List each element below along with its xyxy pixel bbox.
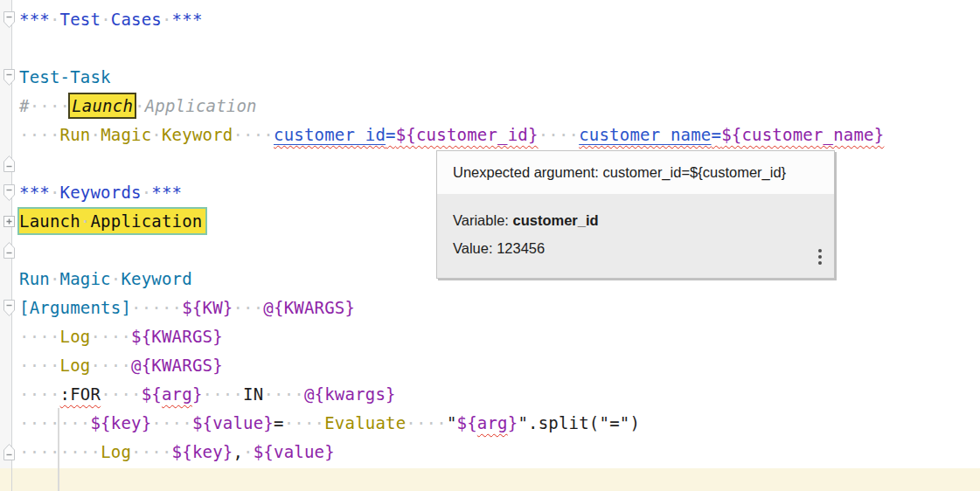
code-token-var: @{kwargs} [304, 384, 396, 404]
code-token-var: ${value} [254, 442, 335, 461]
fold-start-marker[interactable] [3, 68, 16, 86]
occurrence-highlight-comment: Launch [70, 94, 135, 117]
whitespace-dots: ······· [19, 413, 90, 432]
code-token-var: ${KWARGS} [131, 327, 223, 346]
hover-tooltip: Unexpected argument: customer_id=${custo… [436, 150, 835, 279]
tooltip-value-row: Value: 123456 [453, 234, 818, 262]
code-token-argu: customer_id [274, 125, 386, 144]
code-line-5[interactable]: ····Run·Magic·Keyword····customer_id=${c… [0, 121, 980, 149]
whitespace-dots: ···· [101, 384, 142, 404]
tooltip-variable-row: Variable: customer_id [453, 206, 818, 234]
code-line-14[interactable]: ····:FOR····${arg}····IN····@{kwargs} [0, 380, 980, 409]
robot-editor-window: ***·Test·Cases·*** Test-Task#····Launch·… [0, 0, 980, 491]
code-token-blk: Launch [19, 211, 80, 231]
code-token-plain: ".split("=") [518, 413, 640, 432]
code-token-def: Test-Task [19, 67, 111, 86]
error-squiggle: :FOR [60, 384, 101, 404]
code-token-arg: = [386, 125, 396, 144]
tooltip-error-message: Unexpected argument: customer_id=${custo… [437, 151, 834, 194]
code-token-com: # [19, 96, 30, 115]
fold-start-marker[interactable] [3, 10, 16, 29]
whitespace-dots: · [101, 10, 111, 29]
fold-start-marker[interactable] [3, 183, 16, 202]
error-squiggle: = [386, 125, 396, 144]
whitespace-dots: ···· [19, 356, 60, 375]
vertical-ellipsis-icon[interactable] [818, 246, 822, 267]
code-token-comhl: Launch [72, 96, 133, 115]
code-token-def: [Arguments] [19, 298, 131, 317]
whitespace-dots: ···· [90, 356, 131, 375]
code-token-sec: Test [60, 10, 101, 29]
whitespace-dots: · [111, 269, 122, 288]
code-line-4[interactable]: #····Launch·Application [0, 92, 980, 121]
code-token-def: Keyword [121, 269, 191, 288]
whitespace-dots: ···· [19, 125, 60, 144]
code-token-var: ${customer_id} [396, 125, 539, 144]
code-token-call: Run [60, 125, 91, 144]
error-squiggle: customer_name [579, 125, 711, 144]
whitespace-dots: ···· [151, 413, 192, 432]
whitespace-dots: · [80, 211, 91, 231]
code-line-17[interactable] [0, 468, 980, 491]
code-token-var: ${KW} [182, 298, 233, 317]
fold-collapsed-marker[interactable] [3, 215, 16, 228]
whitespace-dots: · [50, 183, 60, 202]
code-line-2[interactable] [0, 34, 980, 63]
code-token-sec: *** [19, 10, 50, 29]
whitespace-dots: ···· [30, 96, 71, 115]
code-token-call: Magic [101, 125, 151, 144]
code-token-var: ${value} [192, 413, 274, 432]
whitespace-dots: ···· [203, 384, 244, 404]
whitespace-dots: · [50, 10, 60, 29]
error-squiggle: arg [162, 384, 192, 404]
whitespace-dots: ···· [406, 413, 447, 432]
error-squiggle: customer_id [274, 125, 386, 144]
code-token-var: @{KWARGS} [263, 298, 355, 317]
code-line-11[interactable]: [Arguments]·····${KW}···@{KWARGS} [0, 294, 980, 322]
code-token-var: } [508, 413, 518, 432]
whitespace-dots: ···· [19, 327, 60, 346]
code-token-call: Log [101, 442, 131, 461]
whitespace-dots: ···· [233, 125, 274, 144]
error-squiggle: ${customer_name} [721, 125, 884, 144]
code-line-3[interactable]: Test-Task [0, 63, 980, 92]
whitespace-dots: ··· [233, 298, 263, 317]
whitespace-dots: ···· [131, 442, 172, 461]
code-token-call: Keyword [162, 125, 233, 144]
fold-end-marker[interactable] [3, 155, 16, 173]
code-token-plain: :FOR [60, 384, 101, 404]
code-token-argu: customer_name [579, 125, 711, 144]
code-token-var: } [192, 384, 203, 404]
code-token-var: arg [162, 384, 192, 404]
whitespace-dots: · [151, 125, 162, 144]
code-line-13[interactable]: ····Log····@{KWARGS} [0, 351, 980, 380]
code-token-sec: *** [151, 183, 182, 202]
code-token-var: arg [477, 413, 508, 432]
code-token-arg: = [712, 125, 722, 144]
code-token-sec: *** [172, 10, 203, 29]
code-token-plain: = [274, 413, 284, 432]
fold-end-marker[interactable] [3, 443, 16, 461]
fold-start-marker[interactable] [3, 299, 16, 317]
code-token-plain: IN [243, 384, 263, 404]
code-line-1[interactable]: ***·Test·Cases·*** [0, 5, 980, 34]
whitespace-dots: ···· [19, 384, 60, 404]
whitespace-dots: · [243, 442, 254, 461]
tooltip-body: Variable: customer_id Value: 123456 [437, 194, 834, 278]
code-token-sec: Keywords [60, 183, 142, 202]
fold-end-marker[interactable] [3, 241, 16, 259]
whitespace-dots: ···· [263, 384, 304, 404]
code-token-var: ${key} [90, 413, 151, 432]
tooltip-value: 123456 [497, 240, 545, 256]
tooltip-variable-label: Variable: [453, 212, 509, 228]
code-line-12[interactable]: ····Log····${KWARGS} [0, 322, 980, 351]
whitespace-dots: · [162, 10, 172, 29]
code-line-16[interactable]: ········Log····${key},·${value} [0, 438, 980, 467]
whitespace-dots: · [90, 125, 101, 144]
code-line-15[interactable]: ·······${key}····${value}=····Evaluate··… [0, 409, 980, 438]
tooltip-value-label: Value: [453, 240, 493, 256]
whitespace-dots: ···· [284, 413, 325, 432]
whitespace-dots: · [142, 183, 152, 202]
code-token-call: Evaluate [324, 413, 406, 432]
for-loop-indent-guide [58, 408, 59, 491]
